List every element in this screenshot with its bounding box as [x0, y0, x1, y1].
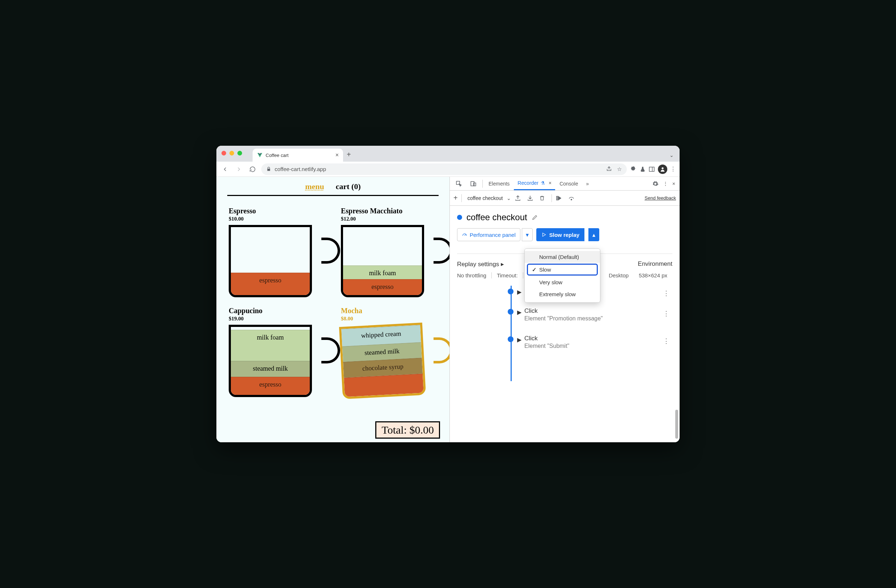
recording-dropdown-icon[interactable]: ⌄ — [507, 195, 511, 201]
flask-icon: ⚗ — [541, 181, 545, 186]
product-grid: Espresso$10.00espressoEspresso Macchiato… — [216, 196, 450, 408]
panel-icon[interactable] — [649, 166, 655, 173]
labs-icon[interactable] — [640, 166, 646, 173]
slow-replay-button[interactable]: Slow replay — [536, 228, 584, 241]
svg-point-7 — [571, 199, 572, 200]
devtools-tab-recorder[interactable]: Recorder ⚗ × — [514, 177, 555, 190]
recording-title: coffee checkout — [466, 212, 527, 222]
svg-rect-6 — [556, 196, 557, 200]
reload-button[interactable] — [247, 164, 258, 174]
cup-layer — [344, 374, 424, 397]
step-menu-icon[interactable]: ⋮ — [663, 337, 669, 345]
timeline-step[interactable]: ▶ClickElement "Submit"⋮ — [508, 335, 672, 349]
back-button[interactable] — [220, 164, 230, 174]
page-coffee-cart: menu cart (0) Espresso$10.00espressoEspr… — [216, 177, 450, 442]
step-subtitle: Element "Submit" — [524, 343, 672, 349]
product-card[interactable]: Espresso$10.00espresso — [229, 207, 325, 297]
throttling-value: No throttling — [457, 272, 492, 278]
cup-graphic: milk foamsteamed milkespresso — [229, 325, 312, 397]
delete-icon[interactable] — [539, 195, 548, 201]
step-over-icon[interactable] — [568, 195, 576, 201]
cup-layer: espresso — [343, 279, 422, 295]
content-area: menu cart (0) Espresso$10.00espressoEspr… — [216, 177, 680, 442]
traffic-lights — [221, 151, 242, 155]
cup-layer: steamed milk — [231, 361, 310, 377]
inspect-icon[interactable] — [452, 177, 466, 190]
recording-name[interactable]: coffee checkout — [468, 195, 503, 201]
cup-graphic: whipped creamsteamed milkchocolate syrup — [339, 322, 426, 399]
replay-settings-label[interactable]: Replay settings ▸ — [457, 260, 504, 268]
new-tab-button[interactable]: + — [347, 150, 351, 159]
step-dot — [508, 336, 514, 342]
step-play-icon[interactable] — [555, 195, 564, 201]
step-expand-icon[interactable]: ▶ — [517, 309, 521, 316]
devtools-panel: Elements Recorder ⚗ × Console » ⋮ × + co… — [450, 177, 680, 442]
product-card[interactable]: Cappucino$19.00milk foamsteamed milkespr… — [229, 307, 325, 397]
devtools-kebab-icon[interactable]: ⋮ — [663, 181, 668, 187]
cup-handle — [322, 337, 340, 363]
vue-favicon — [257, 152, 263, 158]
profile-avatar[interactable] — [658, 164, 667, 174]
tab-strip: Coffee cart × + ⌄ — [216, 146, 680, 162]
send-feedback-link[interactable]: Send feedback — [645, 195, 676, 201]
devtools-tabs-more-icon[interactable]: » — [583, 177, 593, 190]
product-name: Espresso Macchiato — [341, 207, 437, 215]
url-text: coffee-cart.netlify.app — [275, 166, 326, 172]
tab-close-icon[interactable]: × — [335, 152, 339, 158]
devtools-settings-icon[interactable] — [652, 181, 658, 187]
import-icon[interactable] — [527, 195, 536, 201]
recording-status-dot — [457, 215, 462, 220]
browser-toolbar: coffee-cart.netlify.app ☆ ⋮ — [216, 162, 680, 177]
step-menu-icon[interactable]: ⋮ — [663, 310, 669, 318]
step-subtitle: Element "Promotion message" — [524, 315, 672, 322]
performance-panel-button[interactable]: Performance panel — [457, 228, 520, 241]
window-minimize-button[interactable] — [229, 151, 234, 155]
share-icon[interactable] — [606, 166, 612, 173]
edit-title-icon[interactable] — [532, 214, 538, 220]
tab-close-icon[interactable]: × — [549, 180, 552, 186]
step-expand-icon[interactable]: ▶ — [517, 336, 521, 343]
total-box[interactable]: Total: $0.00 — [375, 421, 440, 439]
nav-cart-link[interactable]: cart (0) — [336, 182, 361, 191]
device-toggle-icon[interactable] — [466, 177, 480, 190]
page-nav: menu cart (0) — [227, 177, 439, 196]
devtools-close-icon[interactable]: × — [672, 181, 675, 187]
address-bar[interactable]: coffee-cart.netlify.app ☆ — [261, 163, 627, 175]
export-icon[interactable] — [515, 195, 523, 201]
recorder-body: coffee checkout Performance panel ▾ Slow… — [450, 206, 680, 442]
browser-tab[interactable]: Coffee cart × — [253, 149, 343, 162]
product-card[interactable]: Mocha$8.00whipped creamsteamed milkchoco… — [341, 307, 437, 397]
speed-option-very-slow[interactable]: Very slow — [525, 276, 600, 288]
devtools-tab-console[interactable]: Console — [556, 177, 582, 190]
cup-layer: milk foam — [343, 266, 422, 279]
speed-option-extremely-slow[interactable]: Extremely slow — [525, 288, 600, 300]
step-expand-icon[interactable]: ▶ — [517, 289, 521, 295]
cup-graphic: milk foamespresso — [341, 225, 424, 297]
cup-handle — [434, 337, 450, 363]
step-menu-icon[interactable]: ⋮ — [663, 289, 669, 297]
cup-handle — [434, 238, 450, 264]
devtools-scrollbar[interactable] — [675, 410, 678, 439]
product-card[interactable]: Espresso Macchiato$12.00milk foamespress… — [341, 207, 437, 297]
extensions-icon[interactable] — [630, 166, 637, 173]
forward-button[interactable] — [234, 164, 244, 174]
tab-title: Coffee cart — [266, 153, 288, 158]
devtools-tab-elements[interactable]: Elements — [485, 177, 513, 190]
window-maximize-button[interactable] — [238, 151, 242, 155]
timeline-step[interactable]: ▶ClickElement "Promotion message"⋮ — [508, 307, 672, 322]
recorder-button-row: Performance panel ▾ Slow replay ▴ — [457, 228, 672, 241]
speed-option-slow[interactable]: Slow — [527, 264, 598, 275]
nav-menu-link[interactable]: menu — [305, 182, 324, 191]
replay-speed-dropdown[interactable]: ▴ — [588, 228, 599, 241]
tabs-overflow-icon[interactable]: ⌄ — [669, 152, 674, 158]
chrome-menu-icon[interactable]: ⋮ — [670, 166, 676, 173]
cup-graphic: espresso — [229, 225, 312, 297]
replay-speed-menu: Normal (Default) Slow Very slow Extremel… — [524, 248, 600, 303]
new-recording-button[interactable]: + — [453, 194, 458, 202]
timeout-label: Timeout: — [497, 272, 523, 278]
speed-option-normal[interactable]: Normal (Default) — [525, 251, 600, 263]
cup-handle — [322, 238, 340, 264]
window-close-button[interactable] — [221, 151, 226, 155]
bookmark-icon[interactable]: ☆ — [617, 166, 622, 173]
performance-panel-dropdown[interactable]: ▾ — [522, 228, 533, 241]
